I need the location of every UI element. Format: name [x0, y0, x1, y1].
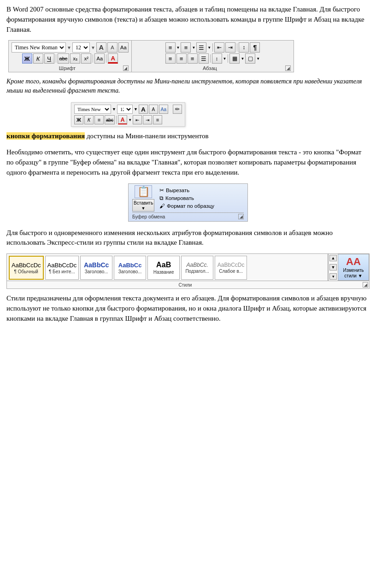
mini-toolbar-row-1: Times New ▼ 12 ▼ A A Аа ✏	[74, 105, 182, 114]
bullet-dropdown[interactable]: ▼	[176, 46, 180, 50]
mini-font-color-btn[interactable]: А	[118, 115, 127, 124]
styles-content: AaBbCcDc ¶ Обычный AaBbCcDc ¶ Без инте..…	[7, 254, 369, 281]
align-center-btn[interactable]: ≡	[176, 53, 187, 64]
font-color-btn[interactable]: А	[108, 53, 118, 64]
ribbon-row-2: Ж К Ч abc x₂ x² Аа А	[22, 53, 118, 64]
shading-dropdown[interactable]: ▼	[241, 57, 244, 61]
font-size-select[interactable]: 12	[72, 42, 90, 53]
mini-indent-dec-btn[interactable]: ⇤	[133, 115, 142, 124]
sort-btn[interactable]: ↕	[239, 42, 249, 53]
decrease-indent-btn[interactable]: ⇤	[214, 42, 224, 53]
styles-scroll-more[interactable]: ▾	[329, 273, 337, 280]
styles-scroll-down[interactable]: ▼	[329, 264, 337, 270]
increase-indent-btn[interactable]: ⇥	[225, 42, 235, 53]
line-spacing-btn[interactable]: ↕	[212, 53, 222, 64]
mini-align-btn[interactable]: ≡	[94, 115, 104, 124]
divider-3	[106, 54, 106, 63]
show-marks-btn[interactable]: ¶	[250, 42, 260, 53]
clipboard-actions: ✂ Вырезать ⧉ Копировать 🖌 Формат по обра…	[158, 187, 244, 209]
mini-font-select[interactable]: Times New	[74, 105, 111, 114]
align-right-btn[interactable]: ≡	[188, 53, 198, 64]
mini-size-dropdown[interactable]: ▼	[134, 107, 138, 112]
clipboard-expand-icon[interactable]: ◢	[238, 214, 244, 219]
border-btn[interactable]: ▢	[245, 53, 255, 64]
styles-expand-icon[interactable]: ◢	[363, 282, 368, 288]
style-bez-label: ¶ Без инте...	[49, 269, 75, 274]
text-effects-btn[interactable]: Аа	[94, 53, 105, 64]
mini-bold-btn[interactable]: Ж	[74, 115, 83, 124]
italic-btn[interactable]: К	[33, 53, 43, 64]
abzac-expand-icon[interactable]: ◢	[285, 65, 291, 71]
decrease-font-btn[interactable]: A	[107, 42, 118, 53]
align-left-btn[interactable]: ≡	[165, 53, 176, 64]
superscript-btn[interactable]: x²	[81, 53, 91, 64]
ribbon-section-shrift: Times New Roman ▼ 12 ▼ A A Аа Ж К Ч abc …	[9, 41, 132, 72]
multilevel-list-btn[interactable]: ☰	[196, 42, 206, 53]
abzac-row-1: ≡ ▼ ≡ ▼ ☰ ▼ ⇤ ⇥ ↕ ¶	[165, 42, 260, 53]
abzac-row-2: ≡ ≡ ≡ ☰ ↕ ▼ ▦ ▼ ▢ ▼	[165, 53, 260, 64]
style-item-podzag[interactable]: AaBbCc. Подзагол...	[181, 256, 213, 280]
underline-btn[interactable]: Ч	[44, 53, 54, 64]
style-item-slaboe[interactable]: AaBbCcDc Слабое в...	[215, 256, 247, 280]
mini-toolbar: Times New ▼ 12 ▼ A A Аа ✏ Ж К ≡ abc А ▼ …	[71, 102, 185, 127]
izmenit-stili-btn[interactable]: АА Изменитьстили ▼	[338, 254, 369, 281]
final-paragraph: Стили предназначены для оформления текст…	[6, 294, 370, 323]
multilevel-dropdown[interactable]: ▼	[207, 46, 211, 50]
style-item-zag2[interactable]: AaBbCc Заголово...	[114, 256, 146, 280]
abzac-divider-1	[212, 43, 213, 52]
paste-big-icon: 📋	[135, 185, 152, 198]
body-paragraph-2: Для быстрого и одновременного изменения …	[6, 228, 370, 248]
style-item-nazvanie[interactable]: АаВ Название	[147, 256, 180, 280]
mini-aa-btn[interactable]: Аа	[159, 105, 168, 114]
clipboard-header: 📋 Вставить▼ ✂ Вырезать ⧉ Копировать 🖌 Фо…	[132, 187, 244, 211]
knopki-line: кнопки форматирования доступны на Мини-п…	[6, 131, 370, 141]
copy-label: Копировать	[165, 195, 194, 201]
style-item-bez[interactable]: AaBbCcDc ¶ Без инте...	[45, 256, 79, 280]
styles-scroll: ▲ ▼ ▾	[328, 254, 338, 281]
font-name-select[interactable]: Times New Roman	[12, 42, 66, 53]
bold-btn[interactable]: Ж	[22, 53, 32, 64]
format-painter-action[interactable]: 🖌 Формат по образцу	[158, 203, 244, 209]
mini-size-select[interactable]: 12	[117, 105, 133, 114]
strikethrough-btn[interactable]: abc	[58, 53, 70, 64]
font-dropdown-arrow: ▼	[67, 45, 71, 50]
style-slaboe-label: Слабое в...	[219, 269, 243, 274]
size-dropdown-arrow: ▼	[91, 45, 95, 50]
brush-icon: 🖌	[159, 203, 165, 209]
mini-italic-btn[interactable]: К	[84, 115, 94, 124]
style-obychny-sample: AaBbCcDc	[12, 262, 41, 269]
numbered-list-btn[interactable]: ≡	[181, 42, 191, 53]
mini-decrease-font-btn[interactable]: A	[149, 105, 158, 114]
shading-btn[interactable]: ▦	[229, 53, 240, 64]
style-item-obychny[interactable]: AaBbCcDc ¶ Обычный	[9, 256, 44, 280]
mini-color-dropdown[interactable]: ▼	[128, 118, 132, 122]
mini-list-btn[interactable]: ≡	[153, 115, 162, 124]
mini-format-painter-btn[interactable]: ✏	[173, 105, 182, 114]
styles-footer: Стили ◢	[7, 281, 369, 288]
subscript-btn[interactable]: x₂	[70, 53, 80, 64]
styles-right-panel: ▲ ▼ ▾ АА Изменитьстили ▼	[328, 254, 369, 281]
clear-format-btn[interactable]: Аа	[118, 42, 129, 53]
divider-1	[56, 54, 56, 63]
mini-indent-inc-btn[interactable]: ⇥	[143, 115, 152, 124]
shrift-expand-icon[interactable]: ◢	[123, 65, 129, 71]
style-slaboe-sample: AaBbCcDc	[217, 262, 245, 268]
border-dropdown[interactable]: ▼	[256, 57, 260, 61]
paste-btn[interactable]: Вставить▼	[132, 199, 154, 212]
numbered-dropdown[interactable]: ▼	[192, 46, 195, 50]
spacing-dropdown[interactable]: ▼	[223, 57, 227, 61]
bullet-list-btn[interactable]: ≡	[165, 42, 176, 53]
abzac-divider-3	[210, 54, 211, 63]
increase-font-btn[interactable]: A	[96, 42, 106, 53]
mini-increase-font-btn[interactable]: A	[139, 105, 148, 114]
mini-font-dropdown[interactable]: ▼	[112, 107, 116, 112]
style-item-zag1[interactable]: AaBbCc Заголово...	[80, 256, 112, 280]
mini-strike-btn[interactable]: abc	[105, 115, 115, 124]
styles-scroll-up[interactable]: ▲	[329, 255, 337, 261]
justify-btn[interactable]: ☰	[199, 53, 209, 64]
abzac-section-label: Абзац ◢	[135, 65, 291, 71]
style-bez-sample: AaBbCcDc	[47, 262, 77, 269]
cut-action[interactable]: ✂ Вырезать	[158, 187, 244, 194]
abzac-divider-4	[228, 54, 228, 63]
copy-action[interactable]: ⧉ Копировать	[158, 195, 244, 202]
